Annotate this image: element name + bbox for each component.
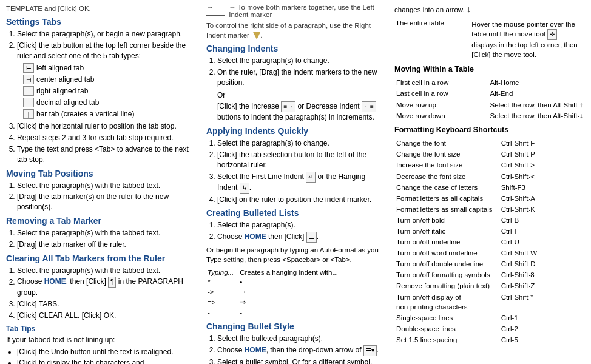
fmt-row-6: Format letters as small capitalsCtrl-Shi… — [394, 204, 585, 215]
fmt-row-12: Turn on/off formatting symbolsCtrl-Shift… — [394, 269, 585, 280]
indent-button-text: [Click] the Increase ≡→ or Decrease Inde… — [206, 101, 382, 123]
bullet-style-step-1: Select the bulleted paragraph(s). — [217, 334, 382, 344]
decrease-indent-icon: ←≡ — [362, 101, 376, 112]
move-tool-icon: ✛ — [547, 29, 557, 40]
applying-step-3: Select the First Line Indent ↵ or the Ha… — [217, 172, 382, 194]
bullet-style-step-2: Choose HOME, then the drop-down arrow of… — [217, 345, 382, 356]
typing-val-2: -> — [208, 288, 238, 296]
moving-row-3: Move row up Select the row, then Alt-Shi… — [394, 99, 585, 110]
typing-row-4: - - — [208, 308, 343, 317]
bullet-style-heading: Changing Bullet Style — [206, 322, 382, 331]
tab-tips-heading: Tab Tips — [6, 325, 194, 333]
fmt-row-7: Turn on/off boldCtrl-B — [394, 215, 585, 226]
typing-val-4: - — [208, 308, 238, 317]
moving-shortcut-2: Alt-End — [488, 88, 585, 99]
paragraph-icon: ¶ — [108, 277, 116, 288]
fmt-row-15: Single-space linesCtrl-1 — [394, 312, 585, 323]
creates-val-1: • — [240, 278, 343, 286]
fmt-row-1: Change the font sizeCtrl-Shift-P — [394, 149, 585, 160]
entire-table-label: The entire table — [396, 19, 470, 59]
creates-val-3: ⇒ — [240, 297, 343, 307]
moving-shortcut-1: Alt-Home — [488, 77, 585, 88]
typing-col-header: Typing... — [208, 268, 238, 277]
tab-tip-2: [Click] to display the tab characters an… — [17, 358, 194, 364]
moving-step-2: [Drag] the tab marker(s) on the ruler to… — [17, 192, 194, 212]
bar-tab-label: bar tab (creates a vertical line) — [36, 110, 134, 118]
typing-row-2: -> → — [208, 288, 343, 296]
left-top-note: TEMPLATE and [Click] OK. — [6, 4, 194, 13]
decimal-tab-label: decimal aligned tab — [36, 98, 99, 107]
settings-step-5: Type the text and press <Tab> to advance… — [17, 144, 194, 165]
creates-val-2: → — [240, 288, 343, 296]
fmt-row-14: Turn on/off display ofnon-printing chara… — [394, 292, 585, 312]
settings-steps-list: Select the paragraph(s), or begin a new … — [6, 29, 194, 61]
moving-steps-list: Select the paragraph(s) with the tabbed … — [6, 181, 194, 212]
typing-row-3: => ⇒ — [208, 297, 343, 307]
mid-top-note-area: → → To move both markers together, use t… — [206, 4, 382, 18]
typing-val-3: => — [208, 297, 238, 307]
applying-step-2: [Click] the tab selection button to the … — [217, 150, 382, 170]
tab-tip-1: [Click] the Undo button until the text i… — [17, 347, 194, 357]
center-tab-icon: ⊣ — [23, 75, 34, 84]
entire-table-info: The entire table Hover the mouse pointer… — [394, 18, 585, 61]
increase-indent-icon: ≡→ — [281, 101, 296, 112]
left-column: TEMPLATE and [Click] OK. Settings Tabs S… — [0, 0, 200, 364]
clearing-step-4: [Click] CLEAR ALL. [Click] OK. — [17, 311, 194, 321]
autoformat-note: Or begin the paragraph by typing an Auto… — [206, 245, 382, 265]
or-text: Or — [206, 90, 382, 101]
tab-type-left: ⊢ left aligned tab — [21, 63, 194, 73]
list-arrow-icon: ☰▾ — [363, 345, 377, 356]
removing-steps-list: Select the paragraph(s) with the tabbed … — [6, 228, 194, 250]
fmt-row-13: Remove formatting (plain text)Ctrl-Shift… — [394, 280, 585, 291]
moving-row-4: Move row down Select the row, then Alt-S… — [394, 110, 585, 121]
formatting-shortcuts-table: Change the fontCtrl-Shift-F Change the f… — [394, 138, 585, 345]
applying-step-4: [Click] on the ruler to position the ind… — [217, 195, 382, 205]
tab-type-decimal: ⊤ decimal aligned tab — [21, 98, 194, 107]
right-indent-marker-icon — [253, 32, 260, 39]
tab-tips-intro: If your tabbed text is not lining up: — [6, 335, 194, 345]
settings-step-3: [Click] the horizontal ruler to position… — [17, 121, 194, 132]
left-tab-icon: ⊢ — [23, 63, 34, 73]
typing-table: Typing... Creates a hanging indent with.… — [206, 267, 344, 318]
settings-step-4: Repeat steps 2 and 3 for each tab stop r… — [17, 133, 194, 143]
bulleted-lists-heading: Creating Bulleted Lists — [206, 208, 382, 218]
changing-indent-step-2: On the ruler, [Drag] the indent markers … — [217, 67, 382, 88]
changing-indent-step-1: Select the paragraph(s) to change. — [217, 56, 382, 66]
right-column: changes into an arrow. ↓ The entire tabl… — [388, 0, 591, 364]
moving-action-3: Move row up — [394, 99, 488, 110]
removing-step-1: Select the paragraph(s) with the tabbed … — [17, 228, 194, 238]
fmt-row-9: Turn on/off underlineCtrl-U — [394, 237, 585, 248]
moving-row-2: Last cell in a row Alt-End — [394, 88, 585, 99]
bar-tab-icon: | — [23, 109, 34, 119]
settings-tabs-heading: Settings Tabs — [6, 17, 194, 27]
settings-steps-continued: [Click] the horizontal ruler to position… — [6, 121, 194, 164]
clearing-steps-list: Select the paragraph(s) with the tabbed … — [6, 266, 194, 321]
right-tab-icon: ⊥ — [23, 86, 34, 96]
mid-column: → → To move both markers together, use t… — [200, 0, 388, 364]
fmt-row-5: Format letters as all capitalsCtrl-Shift… — [394, 193, 585, 204]
fmt-row-0: Change the fontCtrl-Shift-F — [394, 138, 585, 149]
fmt-row-16: Double-space linesCtrl-2 — [394, 323, 585, 334]
tab-type-right: ⊥ right aligned tab — [21, 86, 194, 96]
clearing-step-2: Choose HOME, then [Click] ¶ in the PARAG… — [17, 277, 194, 298]
tab-type-bar: | bar tab (creates a vertical line) — [21, 109, 194, 119]
bullets-icon: ☰ — [306, 232, 317, 243]
fmt-row-3: Decrease the font sizeCtrl-Shift-< — [394, 171, 585, 182]
typing-val-1: * — [208, 278, 238, 286]
firstline-icon: ↵ — [306, 172, 316, 183]
changing-indents-heading: Changing Indents — [206, 44, 382, 53]
moving-action-4: Move row down — [394, 110, 488, 121]
clearing-step-3: [Click] TABS. — [17, 299, 194, 309]
fmt-row-17: Set 1.5 line spacingCtrl-5 — [394, 334, 585, 345]
applying-indents-heading: Applying Indents Quickly — [206, 126, 382, 136]
hanging-icon: ↳ — [240, 183, 249, 194]
tab-type-center: ⊣ center aligned tab — [21, 75, 194, 84]
right-top-text: changes into an arrow. ↓ — [394, 4, 585, 16]
fmt-row-8: Turn on/off italicCtrl-I — [394, 226, 585, 237]
moving-within-heading: Moving Within a Table — [394, 64, 585, 75]
tab-tips-list: [Click] the Undo button until the text i… — [6, 347, 194, 364]
removing-tab-heading: Removing a Tab Marker — [6, 216, 194, 226]
moving-action-2: Last cell in a row — [394, 88, 488, 99]
bulleted-step-1: Select the paragraph(s). — [217, 220, 382, 231]
mid-top-note2: To control the right side of a paragraph… — [206, 21, 382, 40]
